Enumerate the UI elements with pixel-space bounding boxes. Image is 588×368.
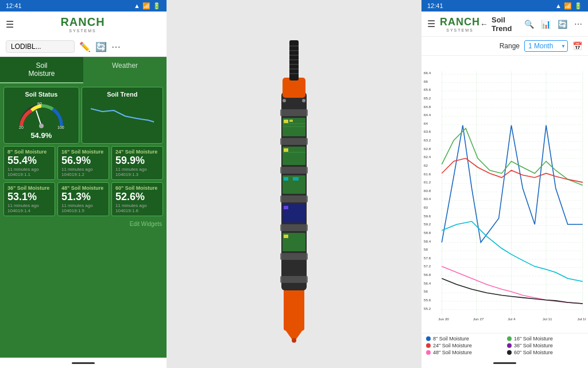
more-dots-icon[interactable]: ⋯ — [574, 20, 582, 29]
right-app-subtitle: SYSTEMS — [446, 28, 473, 32]
moisture-tile-36: 36" Soil Moisture 53.1% 11 minutes ago 1… — [3, 182, 55, 216]
svg-text:55.6: 55.6 — [424, 298, 431, 302]
legend-label-36inch: 36" Soil Moisture — [514, 343, 553, 348]
edit-icon[interactable]: ✏️ — [79, 41, 91, 52]
range-select[interactable]: 1 Week 1 Month 3 Months 6 Months 1 Year — [524, 40, 568, 52]
moisture-tile-48: 48" Soil Moisture 51.3% 11 minutes ago 1… — [57, 182, 109, 216]
tab-weather[interactable]: Weather — [83, 57, 167, 83]
right-status-bar: 12:41 ▲ 📶 🔋 — [421, 0, 588, 12]
chart-area: 66.4 66 65.6 65.2 64.8 64.4 64 63.6 63.2… — [421, 56, 588, 333]
right-signal-icon: 📶 — [564, 2, 572, 10]
line-8inch — [442, 125, 582, 243]
legend-label-60inch: 60" Soil Moisture — [514, 350, 553, 355]
tile-label-8: 8" Soil Moisture — [7, 149, 51, 155]
svg-text:56.8: 56.8 — [424, 273, 431, 277]
svg-text:66.4: 66.4 — [424, 71, 431, 75]
line-60inch — [442, 278, 582, 304]
moisture-row-2: 36" Soil Moisture 53.1% 11 minutes ago 1… — [3, 182, 163, 216]
chart-legend: 8" Soil Moisture 16" Soil Moisture 24" S… — [421, 333, 588, 358]
chart-icon[interactable]: 📊 — [541, 20, 551, 29]
soil-trend-widget: Soil Trend — [82, 87, 163, 144]
right-bottom-indicator — [493, 362, 516, 364]
svg-text:65.6: 65.6 — [424, 87, 431, 91]
right-app-header: ☰ RANCH SYSTEMS ← Soil Trend 🔍 📊 🔄 ⋯ — [421, 12, 588, 37]
back-arrow-icon[interactable]: ← — [480, 20, 488, 29]
svg-text:Jul 18: Jul 18 — [577, 317, 586, 321]
probe-svg — [231, 23, 357, 345]
tile-value-48: 51.3% — [61, 191, 105, 203]
svg-rect-19 — [280, 138, 308, 145]
svg-rect-35 — [293, 177, 299, 181]
tile-value-16: 56.9% — [61, 155, 105, 167]
legend-48inch: 48" Soil Moisture — [426, 350, 502, 355]
svg-text:58.8: 58.8 — [424, 231, 431, 235]
svg-text:57.6: 57.6 — [424, 256, 431, 260]
middle-panel — [167, 0, 421, 368]
svg-text:60.4: 60.4 — [424, 197, 431, 201]
right-hamburger-icon[interactable]: ☰ — [427, 18, 435, 29]
svg-text:64.8: 64.8 — [424, 105, 431, 109]
location-input[interactable] — [6, 40, 75, 53]
soil-status-title: Soil Status — [7, 91, 75, 98]
soil-trend-chart: 66.4 66 65.6 65.2 64.8 64.4 64 63.6 63.2… — [424, 58, 586, 331]
soil-trend-title: Soil Trend — [86, 91, 159, 98]
svg-text:57.2: 57.2 — [424, 264, 431, 268]
svg-rect-21 — [280, 195, 308, 202]
left-hamburger-icon[interactable]: ☰ — [6, 19, 14, 30]
svg-text:100: 100 — [57, 125, 64, 129]
more-icon[interactable]: ⋯ — [111, 41, 121, 52]
left-status-icons: ▲ 📶 🔋 — [134, 2, 161, 10]
legend-dot-8inch — [426, 336, 431, 341]
calendar-icon[interactable]: 📅 — [572, 41, 582, 51]
right-page-title: Soil Trend — [492, 16, 524, 33]
legend-8inch: 8" Soil Moisture — [426, 336, 502, 342]
left-time: 12:41 — [6, 2, 22, 9]
tile-meta-24: 11 minutes ago 104019:1.3 — [115, 167, 159, 177]
tile-meta-60: 11 minutes ago 104019:1.6 — [115, 203, 159, 213]
right-wifi-icon: ▲ — [555, 2, 562, 9]
svg-point-42 — [292, 338, 296, 343]
svg-rect-22 — [280, 224, 308, 231]
svg-text:62.4: 62.4 — [424, 155, 431, 159]
svg-rect-27 — [289, 120, 293, 122]
sync-icon[interactable]: 🔄 — [558, 20, 567, 29]
svg-text:63.2: 63.2 — [424, 138, 431, 142]
main-tabs: SoilMoisture Weather — [0, 57, 167, 83]
right-time: 12:41 — [427, 2, 443, 9]
svg-rect-23 — [280, 253, 308, 260]
location-icons: ✏️ 🔄 ⋯ — [79, 41, 121, 52]
edit-widgets[interactable]: Edit Widgets — [3, 218, 163, 229]
svg-text:66: 66 — [424, 79, 428, 83]
gauge-container: 20 80 100 54.9% — [7, 100, 75, 140]
left-app-title: RANCH — [60, 16, 105, 29]
svg-line-0 — [36, 110, 41, 126]
refresh-icon[interactable]: 🔄 — [95, 41, 107, 52]
legend-dot-24inch — [426, 343, 431, 348]
svg-text:56.4: 56.4 — [424, 281, 431, 285]
svg-text:55.2: 55.2 — [424, 306, 431, 310]
tile-meta-16: 11 minutes ago 104019:1.2 — [61, 167, 105, 177]
right-status-icons: ▲ 📶 🔋 — [555, 2, 582, 10]
svg-text:63.6: 63.6 — [424, 129, 431, 133]
svg-point-40 — [283, 99, 286, 102]
tile-meta-36: 11 minutes ago 104019:1.4 — [7, 203, 51, 213]
svg-text:Jul 11: Jul 11 — [543, 317, 552, 321]
svg-text:80: 80 — [37, 102, 42, 106]
legend-label-24inch: 24" Soil Moisture — [433, 343, 472, 348]
tab-soil-moisture[interactable]: SoilMoisture — [0, 57, 83, 83]
left-bottom-indicator — [72, 362, 95, 364]
left-status-bar: 12:41 ▲ 📶 🔋 — [0, 0, 167, 12]
right-bottom-bar — [421, 358, 588, 368]
legend-16inch: 16" Soil Moisture — [507, 336, 583, 342]
svg-text:Jul 4: Jul 4 — [508, 317, 516, 321]
line-16inch — [442, 128, 582, 185]
right-header-icons: 🔍 📊 🔄 ⋯ — [524, 20, 582, 29]
svg-text:59.2: 59.2 — [424, 222, 431, 226]
soil-status-widget: Soil Status — [3, 87, 79, 144]
tile-meta-8: 11 minutes ago 104019:1.1 — [7, 167, 51, 177]
svg-text:61.6: 61.6 — [424, 172, 431, 176]
svg-text:64.4: 64.4 — [424, 113, 431, 117]
search-icon[interactable]: 🔍 — [524, 20, 534, 29]
svg-text:61.2: 61.2 — [424, 180, 431, 184]
legend-dot-16inch — [507, 336, 512, 341]
